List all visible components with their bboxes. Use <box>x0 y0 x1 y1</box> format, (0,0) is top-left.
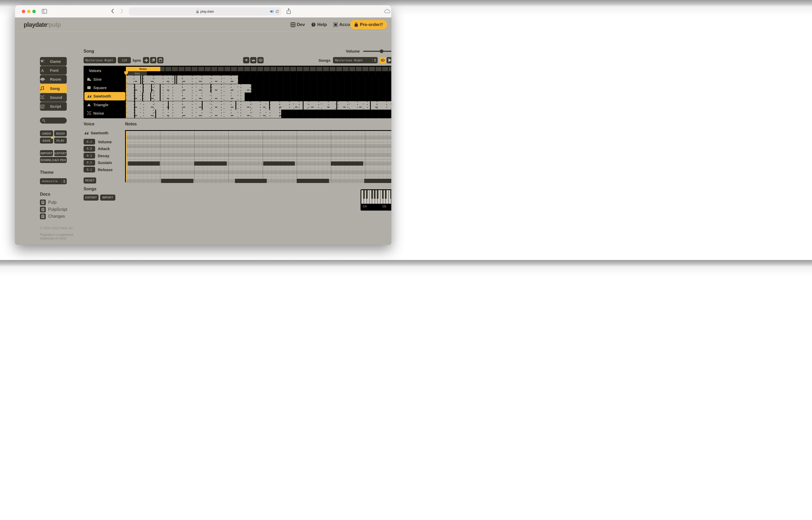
piano-black-key[interactable] <box>366 190 368 199</box>
doc-link-pulpscript[interactable]: PulpScript <box>40 207 67 212</box>
forward-button[interactable] <box>120 8 124 14</box>
voice-item-triangle[interactable]: Triangle <box>84 100 125 109</box>
voice-item-square[interactable]: Square <box>84 83 125 92</box>
note-block[interactable] <box>331 161 363 166</box>
export-button[interactable]: EXPORT <box>54 150 67 156</box>
redo-button[interactable]: REDO <box>54 130 67 136</box>
volume-slider[interactable] <box>363 51 391 52</box>
timeline-tracks[interactable] <box>126 75 391 118</box>
search-input[interactable] <box>40 118 67 124</box>
sidebar-item-font[interactable]: AFont <box>40 66 67 75</box>
release-value-input[interactable]: 0.1 <box>84 167 95 173</box>
note-block[interactable] <box>235 179 267 183</box>
track-noise[interactable] <box>126 110 391 118</box>
reset-voice-button[interactable]: RESET <box>84 178 96 183</box>
song-name-input[interactable]: Mysterious Night <box>84 57 116 63</box>
play-song-button[interactable] <box>386 57 391 63</box>
sidebar-item-script[interactable]: Script <box>40 102 67 111</box>
piano-black-key[interactable] <box>363 190 365 199</box>
note-block[interactable] <box>263 161 295 166</box>
piano-black-key[interactable] <box>390 190 391 199</box>
track-pattern-noise[interactable] <box>126 110 281 118</box>
track-pattern-triangle[interactable] <box>126 101 391 110</box>
volume-value-input[interactable]: 0.2 <box>84 139 95 145</box>
piano-black-key[interactable] <box>377 190 378 199</box>
volume-slider-thumb[interactable] <box>380 49 383 53</box>
icloud-tab-icon[interactable] <box>384 9 390 14</box>
timeline-intro-label[interactable]: Intro <box>128 71 147 75</box>
piano-black-key[interactable] <box>374 190 376 199</box>
theme-select[interactable]: Asheville <box>40 178 67 184</box>
download-pdx-button[interactable]: DOWNLOAD PDX <box>40 157 67 163</box>
back-button[interactable] <box>111 8 114 14</box>
note-block[interactable] <box>194 161 227 166</box>
piano-black-key[interactable] <box>371 190 373 199</box>
timeline-playhead[interactable] <box>126 71 127 118</box>
audio-playing-icon[interactable] <box>270 10 274 13</box>
piano-keyboard[interactable]: C4C5 <box>360 189 391 211</box>
sidebar-item-game[interactable]: Game <box>40 57 67 66</box>
track-square[interactable] <box>126 84 391 93</box>
track-separator <box>134 84 135 93</box>
zoom-window-button[interactable] <box>32 10 36 13</box>
sidebar-item-song[interactable]: Song <box>40 84 67 93</box>
bpm-input[interactable]: 120 <box>118 57 131 63</box>
note-block[interactable] <box>364 179 391 183</box>
add-song-button[interactable] <box>143 57 149 63</box>
delete-song-button[interactable] <box>157 57 163 63</box>
note-block[interactable] <box>128 161 160 166</box>
sustain-value-input[interactable]: 0.5 <box>84 160 95 165</box>
doc-link-changes[interactable]: Changes <box>40 213 65 219</box>
reload-icon[interactable] <box>275 10 279 14</box>
attack-value-input[interactable]: 0.8 <box>84 146 95 152</box>
loop-playback-button[interactable] <box>379 57 386 63</box>
minimize-window-button[interactable] <box>27 10 30 13</box>
doc-link-pulp[interactable]: Pulp <box>40 200 56 205</box>
track-sine[interactable] <box>126 75 391 84</box>
square-wave-icon <box>84 86 93 89</box>
voice-item-sawtooth[interactable]: Sawtooth <box>84 92 125 100</box>
collapse-tracks-button[interactable] <box>243 57 249 63</box>
preorder-button[interactable]: Pre-order!! <box>350 20 387 29</box>
expand-tracks-button[interactable] <box>250 57 256 63</box>
browser-window: play.date playdate®pulp <box>15 5 391 245</box>
track-triangle[interactable] <box>126 101 391 110</box>
script-icon <box>40 104 50 109</box>
voice-param-release: 0.1Release <box>84 167 113 173</box>
voice-item-noise[interactable]: Noise <box>84 109 125 118</box>
export-songs-button[interactable]: EXPORT <box>84 194 99 201</box>
notes-playhead[interactable] <box>126 131 127 181</box>
track-pattern-square[interactable] <box>126 84 251 93</box>
song-select[interactable]: Mysterious Night <box>333 57 378 63</box>
sidebar-item-room[interactable]: Room <box>40 75 67 84</box>
timeline-pattern-row[interactable] <box>126 67 391 71</box>
sidebar-item-sound[interactable]: Sound <box>40 93 67 102</box>
nav-dev[interactable]: Dev <box>291 22 305 27</box>
sound-icon <box>40 95 50 100</box>
close-window-button[interactable] <box>22 10 25 13</box>
duplicate-song-button[interactable] <box>150 57 156 63</box>
note-block[interactable] <box>297 179 329 183</box>
loop-song-button[interactable] <box>257 57 264 63</box>
sidebar-toggle-icon[interactable] <box>42 9 47 14</box>
track-pattern-sine[interactable] <box>126 75 238 84</box>
voices-panel: Voices SineSquareSawtoothTriangleNoise N… <box>84 66 391 118</box>
decay-value-input[interactable]: 0.1 <box>84 153 95 158</box>
piano-black-key[interactable] <box>382 190 384 199</box>
import-songs-button[interactable]: IMPORT <box>100 194 115 201</box>
sawtooth-wave-icon <box>84 95 93 98</box>
track-pattern-sawtooth[interactable] <box>126 93 245 101</box>
undo-button[interactable]: UNDO <box>40 130 53 136</box>
play-button[interactable]: PLAY <box>54 137 67 144</box>
share-icon[interactable] <box>287 8 291 15</box>
url-bar[interactable]: play.date <box>129 7 281 16</box>
voice-item-sine[interactable]: Sine <box>84 75 125 83</box>
import-button[interactable]: IMPORT <box>40 150 53 156</box>
nav-help[interactable]: ? Help <box>311 22 327 27</box>
song-timeline[interactable]: Notes Intro <box>126 67 391 118</box>
timeline-notes-chunk[interactable]: Notes <box>126 67 160 71</box>
notes-grid[interactable] <box>125 130 391 182</box>
piano-black-key[interactable] <box>385 190 386 199</box>
note-block[interactable] <box>161 179 193 183</box>
track-sawtooth[interactable] <box>126 93 391 101</box>
